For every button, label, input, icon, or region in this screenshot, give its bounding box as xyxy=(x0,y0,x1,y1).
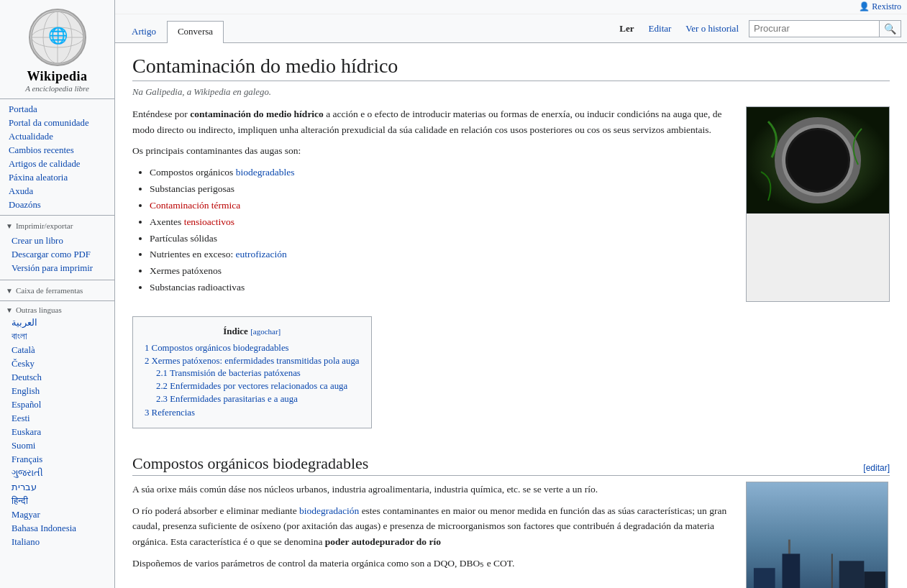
lang-item-deutsch[interactable]: Deutsch xyxy=(0,371,114,385)
sidebar-item-criar-libro[interactable]: Crear un libro xyxy=(0,234,114,248)
section-1-content: A súa orixe máis común dáse nos núcleos … xyxy=(132,482,890,588)
sidebar-item-version-imprimir[interactable]: Versión para imprimir xyxy=(0,262,114,275)
article-intro-section: Enténdese por contaminación do medio híd… xyxy=(132,106,890,302)
section-1-text: A súa orixe máis común dáse nos núcleos … xyxy=(132,482,734,588)
section-1-edit-link[interactable]: [editar] xyxy=(863,463,890,473)
lang-item-catala[interactable]: Català xyxy=(0,344,114,357)
lang-item-suomi[interactable]: Suomi xyxy=(0,439,114,453)
lang-item-francais[interactable]: Français xyxy=(0,453,114,467)
sidebar-item-actualidade[interactable]: Actualidade xyxy=(0,130,114,144)
toc-hide-button[interactable]: [agochar] xyxy=(250,327,281,336)
lang-item-bahasa-indonesia[interactable]: Bahasa Indonesia xyxy=(0,522,114,536)
toc-item-2-3: 2.3 Enfermidades parasitarias e a auga xyxy=(156,392,360,405)
article-title: Contaminación do medio hídrico xyxy=(132,55,890,81)
search-button[interactable]: 🔍 xyxy=(879,21,901,37)
article-subtitle: Na Galipedia, a Wikipedia en galego. xyxy=(132,87,890,98)
toc-link-2-2[interactable]: 2.2 Enfermidades por vectores relacionad… xyxy=(156,381,347,391)
sidebar-item-descargar-pdf[interactable]: Descargar como PDF xyxy=(0,248,114,262)
list-item: Contaminación térmica xyxy=(150,198,734,214)
section-1-edit: [editar] xyxy=(863,463,890,473)
sidebar-item-axuda[interactable]: Axuda xyxy=(0,185,114,198)
tab-artigo[interactable]: Artigo xyxy=(121,21,167,43)
table-of-contents: Índice [agochar] 1 Compostos orgánicos b… xyxy=(132,316,372,428)
contaminants-list: Compostos orgánicos biodegradables Subst… xyxy=(150,165,734,297)
action-editar[interactable]: Editar xyxy=(644,20,676,37)
svg-rect-21 xyxy=(864,571,885,588)
lang-item-espanol[interactable]: Español xyxy=(0,398,114,412)
collapse-arrow-icon: ▼ xyxy=(6,222,13,230)
lang-item-cesky[interactable]: Česky xyxy=(0,357,114,371)
sidebar-languages-section: ▼ Outras linguas العربية বাংলা Català Če… xyxy=(0,301,114,552)
thumb-1-image xyxy=(747,107,889,213)
toc-sub-2: 2.1 Transmisión de bacterias patóxenas 2… xyxy=(156,367,360,405)
sidebar-item-paxina-aleatoria[interactable]: Páxina aleatoria xyxy=(0,171,114,185)
list-item: Nutrientes en exceso: eutrofización xyxy=(150,247,734,263)
header-actions: Ler Editar Ver o historial 🔍 xyxy=(615,14,901,42)
lang-item-eesti[interactable]: Eesti xyxy=(0,412,114,426)
sidebar-tools-toggle[interactable]: ▼ Caixa de ferramentas xyxy=(0,283,114,298)
toc-list: 1 Compostos orgánicos biodegradables 2 X… xyxy=(145,341,360,419)
sidebar-item-portal-comunidade[interactable]: Portal da comunidade xyxy=(0,116,114,130)
svg-point-10 xyxy=(788,130,848,190)
toc-item-2: 2 Xermes patóxenos: enfermidades transmi… xyxy=(145,354,360,406)
toc-link-2-3[interactable]: 2.3 Enfermidades parasitarias e a auga xyxy=(156,394,298,404)
tab-conversa[interactable]: Conversa xyxy=(167,21,224,43)
list-item: Axentes tensioactivos xyxy=(150,214,734,231)
svg-rect-19 xyxy=(782,554,800,588)
sidebar-languages-heading: Outras linguas xyxy=(16,306,62,314)
sidebar-print-section: ▼ Imprimir/exportar Crear un libro Desca… xyxy=(0,216,114,280)
sidebar-print-items: Crear un libro Descargar como PDF Versió… xyxy=(0,233,114,277)
toc-item-1: 1 Compostos orgánicos biodegradables xyxy=(145,341,360,354)
link-tensioactivos[interactable]: tensioactivos xyxy=(184,216,235,227)
sidebar-tools-section: ▼ Caixa de ferramentas xyxy=(0,280,114,301)
article-tabs: Artigo Conversa xyxy=(121,14,224,42)
toc-item-3: 3 Referencias xyxy=(145,406,360,419)
toc-item-2-1: 2.1 Transmisión de bacterias patóxenas xyxy=(156,367,360,380)
toc-link-2[interactable]: 2 Xermes patóxenos: enfermidades transmi… xyxy=(145,356,360,366)
lang-item-hebrew[interactable]: עברית xyxy=(0,480,114,495)
toc-link-3[interactable]: 3 Referencias xyxy=(145,408,195,418)
login-link[interactable]: Rexistro xyxy=(872,1,901,12)
link-contaminacion-termica[interactable]: Contaminación térmica xyxy=(150,200,240,211)
action-ler[interactable]: Ler xyxy=(615,20,638,37)
toc-title: Índice [agochar] xyxy=(145,326,360,337)
article-body: Contaminación do medio hídrico Na Galipe… xyxy=(115,43,907,588)
thumb-2-image xyxy=(746,482,888,588)
toc-link-2-1[interactable]: 2.1 Transmisión de bacterias patóxenas xyxy=(156,368,301,378)
site-title: Wikipedia xyxy=(27,69,87,84)
page-header: Artigo Conversa Ler Editar Ver o histori… xyxy=(115,14,907,43)
sidebar-item-doazons[interactable]: Doazóns xyxy=(0,198,114,212)
sidebar-item-cambios-recentes[interactable]: Cambios recentes xyxy=(0,144,114,157)
lang-item-euskara[interactable]: Euskara xyxy=(0,426,114,439)
link-biodegradacion[interactable]: biodegradación xyxy=(299,505,359,516)
search-input[interactable] xyxy=(749,21,879,36)
wikipedia-globe-icon: 🌐 xyxy=(29,9,86,66)
section-1-p1: A súa orixe máis común dáse nos núcleos … xyxy=(132,482,734,497)
sidebar-item-portada[interactable]: Portada xyxy=(0,102,114,116)
lang-item-gujarati[interactable]: ગુજરાતી xyxy=(0,467,114,480)
link-biodegradables[interactable]: biodegradables xyxy=(236,167,295,178)
lang-item-magyar[interactable]: Magyar xyxy=(0,508,114,522)
sidebar-item-artigos-calidade[interactable]: Artigos de calidade xyxy=(0,157,114,171)
lang-item-hindi[interactable]: हिन्दी xyxy=(0,495,114,508)
intro-paragraph-1: Enténdese por contaminación do medio híd… xyxy=(132,106,734,137)
collapse-arrow-icon3: ▼ xyxy=(6,306,13,314)
list-item: Compostos orgánicos biodegradables xyxy=(150,165,734,181)
action-historial[interactable]: Ver o historial xyxy=(681,20,743,37)
section-1-p3: Dispoñemos de varios parámetros de contr… xyxy=(132,556,734,571)
sidebar-print-toggle[interactable]: ▼ Imprimir/exportar xyxy=(0,219,114,233)
toc-link-1[interactable]: 1 Compostos orgánicos biodegradables xyxy=(145,343,289,353)
poder-autodepurador: poder autodepurador do río xyxy=(325,536,441,547)
article-intro-text: Enténdese por contaminación do medio híd… xyxy=(132,106,734,302)
lang-item-arabic[interactable]: العربية xyxy=(0,316,114,330)
lang-item-english[interactable]: English xyxy=(0,385,114,398)
section-1-heading: Compostos orgánicos biodegradables [edit… xyxy=(132,454,890,476)
article-thumb-1 xyxy=(746,106,890,302)
lang-item-italiano[interactable]: Italiano xyxy=(0,536,114,549)
sidebar-nav-section: Portada Portal da comunidade Actualidade… xyxy=(0,99,114,216)
sidebar-languages-toggle[interactable]: ▼ Outras linguas xyxy=(0,304,114,316)
link-eutrofizacion[interactable]: eutrofización xyxy=(236,249,287,259)
sidebar-logo: 🌐 Wikipedia A enciclopedia libre xyxy=(0,0,114,99)
lang-item-bengali[interactable]: বাংলা xyxy=(0,330,114,344)
sidebar-print-heading: Imprimir/exportar xyxy=(16,221,73,230)
